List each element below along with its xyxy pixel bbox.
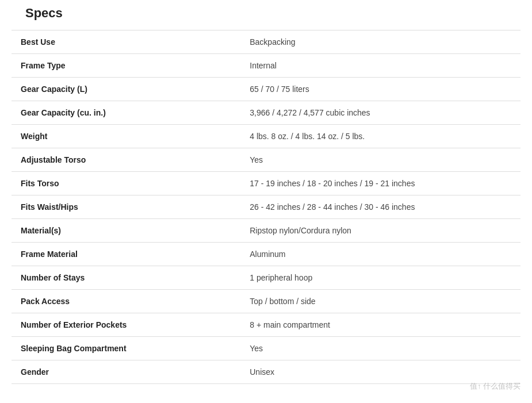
spec-label: Fits Torso — [12, 172, 240, 195]
spec-label: Material(s) — [12, 219, 240, 243]
table-row: Number of Exterior Pockets8 + main compa… — [12, 313, 520, 337]
spec-label: Gear Capacity (cu. in.) — [12, 101, 240, 125]
watermark: 值↑ 什么值得买 — [470, 381, 520, 392]
spec-value: Yes — [240, 148, 520, 172]
spec-label: Sleeping Bag Compartment — [12, 337, 240, 360]
table-row: Weight4 lbs. 8 oz. / 4 lbs. 14 oz. / 5 l… — [12, 125, 520, 148]
table-row: Frame TypeInternal — [12, 54, 520, 78]
table-row: Sleeping Bag CompartmentYes — [12, 337, 520, 360]
spec-label: Adjustable Torso — [12, 148, 240, 172]
spec-value: 1 peripheral hoop — [240, 266, 520, 290]
spec-value: 3,966 / 4,272 / 4,577 cubic inches — [240, 101, 520, 125]
spec-value: Backpacking — [240, 30, 520, 54]
table-row: Adjustable TorsoYes — [12, 148, 520, 172]
spec-value: Yes — [240, 337, 520, 360]
table-row: Frame MaterialAluminum — [12, 243, 520, 266]
spec-label: Frame Type — [12, 54, 240, 78]
page-title: Specs — [12, 6, 520, 21]
table-row: Fits Waist/Hips26 - 42 inches / 28 - 44 … — [12, 195, 520, 219]
spec-value: 65 / 70 / 75 liters — [240, 78, 520, 101]
specs-table: Best UseBackpackingFrame TypeInternalGea… — [12, 30, 520, 384]
spec-label: Gear Capacity (L) — [12, 78, 240, 101]
spec-label: Number of Exterior Pockets — [12, 313, 240, 337]
table-row: Number of Stays1 peripheral hoop — [12, 266, 520, 290]
table-row: Best UseBackpacking — [12, 30, 520, 54]
spec-label: Number of Stays — [12, 266, 240, 290]
spec-value: Ripstop nylon/Cordura nylon — [240, 219, 520, 243]
table-row: Gear Capacity (L)65 / 70 / 75 liters — [12, 78, 520, 101]
spec-value: Top / bottom / side — [240, 290, 520, 313]
spec-value: 8 + main compartment — [240, 313, 520, 337]
table-row: Pack AccessTop / bottom / side — [12, 290, 520, 313]
spec-value: Unisex — [240, 360, 520, 384]
table-row: Material(s)Ripstop nylon/Cordura nylon — [12, 219, 520, 243]
spec-label: Gender — [12, 360, 240, 384]
table-row: Gear Capacity (cu. in.)3,966 / 4,272 / 4… — [12, 101, 520, 125]
page-container: Specs Best UseBackpackingFrame TypeInter… — [0, 0, 532, 396]
spec-value: 26 - 42 inches / 28 - 44 inches / 30 - 4… — [240, 195, 520, 219]
spec-label: Weight — [12, 125, 240, 148]
table-row: GenderUnisex — [12, 360, 520, 384]
spec-value: Aluminum — [240, 243, 520, 266]
spec-label: Pack Access — [12, 290, 240, 313]
spec-value: 4 lbs. 8 oz. / 4 lbs. 14 oz. / 5 lbs. — [240, 125, 520, 148]
spec-label: Frame Material — [12, 243, 240, 266]
spec-label: Best Use — [12, 30, 240, 54]
spec-value: 17 - 19 inches / 18 - 20 inches / 19 - 2… — [240, 172, 520, 195]
spec-value: Internal — [240, 54, 520, 78]
spec-label: Fits Waist/Hips — [12, 195, 240, 219]
table-row: Fits Torso17 - 19 inches / 18 - 20 inche… — [12, 172, 520, 195]
